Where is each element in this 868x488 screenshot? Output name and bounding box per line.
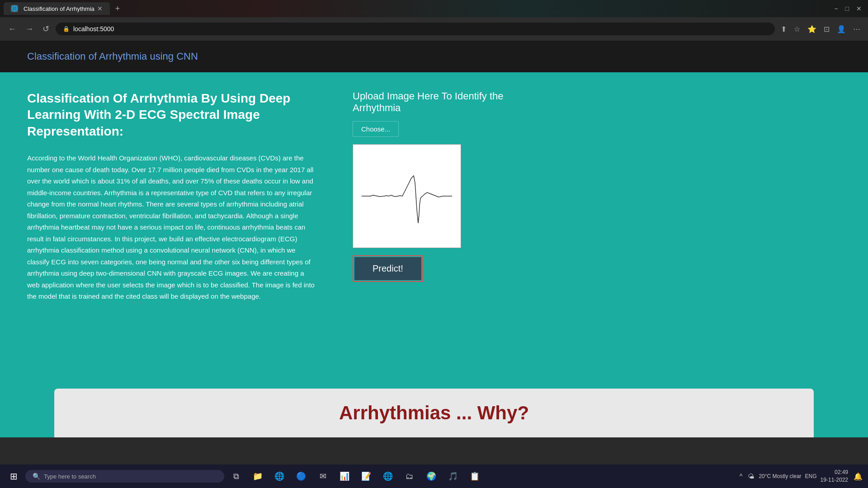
main-content: Classification Of Arrhythmia By Using De…: [0, 72, 868, 389]
address-url: localhost:5000: [73, 25, 114, 33]
upload-title: Upload Image Here To Identify the Arrhyt…: [353, 90, 524, 114]
predict-button-wrapper: Predict!: [353, 255, 423, 282]
forward-button[interactable]: →: [23, 23, 36, 36]
predict-button[interactable]: Predict!: [354, 257, 421, 280]
extensions-button[interactable]: ⭐: [805, 23, 819, 35]
article-title: Classification Of Arrhythmia By Using De…: [27, 90, 316, 140]
back-button[interactable]: ←: [5, 23, 19, 36]
time-display: 02:49: [821, 469, 848, 476]
taskbar-chrome[interactable]: 🌐: [269, 466, 289, 486]
word-icon: 📝: [361, 471, 371, 481]
page-header: Classification of Arrhythmia using CNN: [0, 41, 868, 72]
taskbar-search[interactable]: 🔍 Type here to search: [25, 470, 224, 483]
spotify-icon: 🎵: [448, 471, 458, 481]
close-window-button[interactable]: ✕: [854, 4, 864, 13]
language-text: ENG: [805, 473, 817, 479]
bookmark-button[interactable]: ☆: [792, 23, 802, 35]
bottom-wrapper: Arrhythmias ... Why?: [0, 389, 868, 437]
taskbar-chrome2[interactable]: 🌐: [378, 466, 398, 486]
taskbar-file-explorer[interactable]: 📁: [248, 466, 268, 486]
taskbar-word[interactable]: 📝: [356, 466, 376, 486]
office-icon: 📊: [340, 471, 349, 481]
system-tray: ^ 🌤 20°C Mostly clear ENG 02:49 19-11-20…: [739, 469, 864, 484]
folder-icon: 🗂: [406, 472, 414, 481]
address-bar[interactable]: 🔒 localhost:5000: [56, 23, 775, 35]
maximize-button[interactable]: □: [843, 4, 852, 13]
sys-icons: ^: [739, 472, 744, 481]
split-view-button[interactable]: ⊡: [821, 23, 832, 35]
minimize-button[interactable]: −: [831, 4, 840, 13]
taskbar-folder[interactable]: 🗂: [400, 466, 420, 486]
taskbar-spotify[interactable]: 🎵: [443, 466, 463, 486]
share-button[interactable]: ⬆: [778, 23, 789, 35]
left-section: Classification Of Arrhythmia By Using De…: [27, 90, 316, 389]
tab-bar: 🌐 Classification of Arrhythmia ✕ + − □ ✕: [0, 0, 868, 17]
tab-favicon: 🌐: [11, 5, 18, 12]
ecg-waveform: [362, 155, 452, 237]
notification-icon[interactable]: 🔔: [852, 470, 864, 483]
weather-icon[interactable]: 🌤: [747, 472, 755, 481]
bottom-section-title: Arrhythmias ... Why?: [339, 402, 529, 424]
browser-chrome: 🌐 Classification of Arrhythmia ✕ + − □ ✕…: [0, 0, 868, 41]
article-body: According to the World Health Organizati…: [27, 152, 316, 302]
chrome2-icon: 🌐: [383, 471, 393, 481]
chrome-icon: 🌐: [274, 471, 284, 481]
clock[interactable]: 02:49 19-11-2022: [821, 469, 848, 484]
taskbar-edge[interactable]: 🔵: [291, 466, 311, 486]
taskbar-search-placeholder: Type here to search: [44, 473, 96, 480]
windows-icon: ⊞: [10, 471, 18, 482]
start-button[interactable]: ⊞: [4, 466, 24, 486]
right-section: Upload Image Here To Identify the Arrhyt…: [353, 90, 524, 389]
new-tab-button[interactable]: +: [112, 2, 124, 15]
tab-title: Classification of Arrhythmia: [24, 5, 94, 12]
browser-icon: 🌍: [426, 471, 436, 481]
taskbar-chrome3[interactable]: 🌍: [421, 466, 441, 486]
choose-file-button[interactable]: Choose...: [353, 121, 399, 137]
task-view-button[interactable]: ⧉: [226, 466, 246, 486]
task-view-icon: ⧉: [233, 472, 239, 481]
bottom-section: Arrhythmias ... Why?: [54, 389, 814, 437]
refresh-button[interactable]: ↺: [40, 22, 52, 36]
chevron-up-icon[interactable]: ^: [739, 472, 744, 481]
file-explorer-icon: 📁: [253, 471, 263, 481]
address-secure-icon: 🔒: [63, 26, 70, 32]
taskbar-mail[interactable]: ✉: [313, 466, 333, 486]
active-tab[interactable]: 🌐 Classification of Arrhythmia ✕: [4, 2, 110, 15]
edge-icon: 🔵: [296, 471, 306, 481]
taskbar-search-icon: 🔍: [33, 473, 40, 480]
nav-bar: ← → ↺ 🔒 localhost:5000 ⬆ ☆ ⭐ ⊡ 👤 ⋯: [0, 17, 868, 41]
app-icon: 📋: [470, 471, 480, 481]
mail-icon: ✉: [320, 471, 326, 481]
taskbar-app[interactable]: 📋: [465, 466, 485, 486]
tab-close-btn[interactable]: ✕: [97, 5, 103, 12]
ecg-image-box: [353, 144, 461, 248]
date-display: 19-11-2022: [821, 476, 848, 484]
nav-actions: ⬆ ☆ ⭐ ⊡ 👤 ⋯: [778, 23, 863, 35]
taskbar-office[interactable]: 📊: [335, 466, 354, 486]
menu-button[interactable]: ⋯: [851, 23, 863, 35]
page-header-title: Classification of Arrhythmia using CNN: [27, 51, 198, 62]
weather-text: 20°C Mostly clear: [759, 473, 801, 479]
profile-button[interactable]: 👤: [835, 23, 848, 35]
taskbar: ⊞ 🔍 Type here to search ⧉ 📁 🌐 🔵 ✉ 📊 📝 🌐 …: [0, 465, 868, 488]
